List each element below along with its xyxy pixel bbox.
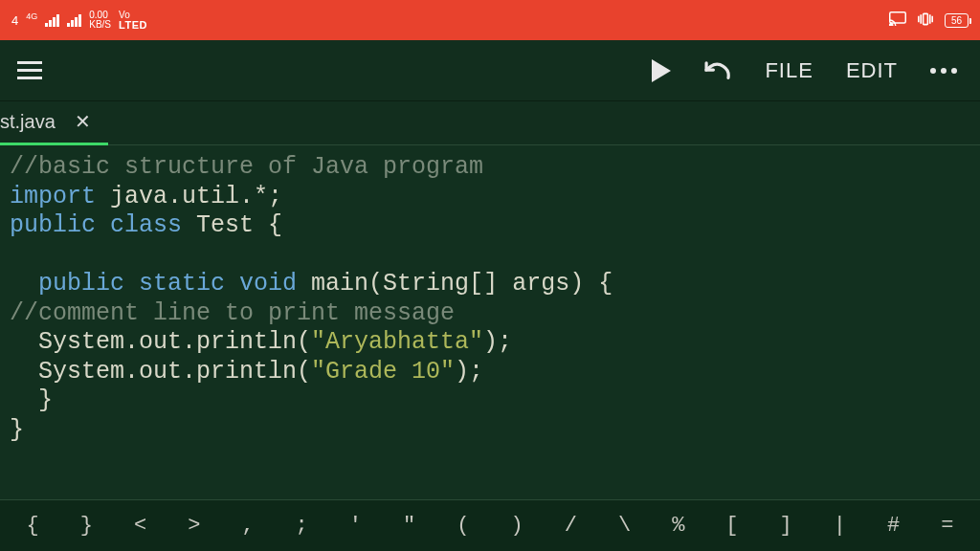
- signal-strength-icon: [45, 13, 59, 27]
- code-text: System.out.println(: [10, 358, 311, 386]
- cast-icon: [889, 11, 906, 29]
- svg-point-1: [889, 24, 891, 26]
- file-menu[interactable]: FILE: [765, 58, 813, 83]
- edit-menu[interactable]: EDIT: [846, 58, 898, 83]
- status-right-group: 56: [889, 11, 969, 30]
- more-options-button[interactable]: [930, 68, 957, 74]
- symbol-key[interactable]: ): [500, 508, 534, 543]
- symbol-key[interactable]: (: [446, 508, 480, 543]
- code-text: java.util.*;: [96, 183, 282, 210]
- code-comment: //basic structure of Java program: [10, 153, 483, 181]
- symbol-key[interactable]: [: [715, 508, 749, 543]
- symbol-key[interactable]: ": [392, 508, 427, 543]
- close-tab-icon[interactable]: ✕: [71, 110, 95, 133]
- code-string: "Aryabhatta": [311, 328, 483, 356]
- symbol-keyboard-bar: { } < > , ; ' " ( ) / \ % [ ] | # =: [0, 499, 980, 551]
- undo-button[interactable]: [703, 61, 732, 80]
- code-text: );: [455, 358, 483, 386]
- signal-strength-icon-2: [67, 13, 81, 27]
- app-toolbar: FILE EDIT: [0, 40, 980, 101]
- code-text: Test {: [182, 211, 282, 239]
- hamburger-menu-icon[interactable]: [10, 54, 50, 87]
- code-keyword: import: [10, 183, 96, 210]
- svg-rect-2: [923, 13, 927, 24]
- code-string: "Grade 10": [311, 358, 455, 386]
- code-comment: //comment line to print message: [10, 299, 455, 327]
- symbol-key[interactable]: }: [69, 508, 103, 543]
- code-keyword: static: [139, 270, 225, 298]
- volte-indicator: VoLTED: [119, 11, 147, 31]
- android-status-bar: 4 4G 0.00KB/S VoLTED 56: [0, 0, 980, 40]
- battery-indicator: 56: [945, 13, 969, 28]
- symbol-key[interactable]: >: [177, 508, 212, 543]
- code-keyword: public: [10, 211, 96, 239]
- code-text: );: [483, 328, 512, 356]
- clock-fragment: 4: [11, 13, 18, 28]
- symbol-key[interactable]: =: [930, 508, 965, 543]
- code-keyword: public: [38, 270, 124, 298]
- code-editor[interactable]: //basic structure of Java program import…: [0, 145, 980, 499]
- symbol-key[interactable]: \: [608, 508, 642, 543]
- code-text: }: [10, 416, 24, 444]
- symbol-key[interactable]: ': [338, 508, 372, 543]
- code-text: main(String[] args) {: [297, 270, 612, 298]
- file-tab[interactable]: st.java ✕: [0, 100, 108, 145]
- symbol-key[interactable]: ,: [231, 508, 265, 543]
- symbol-key[interactable]: #: [877, 508, 911, 543]
- code-keyword: void: [239, 270, 297, 298]
- symbol-key[interactable]: {: [15, 508, 50, 543]
- symbol-key[interactable]: %: [661, 508, 696, 543]
- symbol-key[interactable]: |: [822, 508, 857, 543]
- status-left-group: 4 4G 0.00KB/S VoLTED: [11, 11, 147, 31]
- symbol-key[interactable]: ;: [284, 508, 319, 543]
- network-gen: 4G: [26, 11, 37, 21]
- symbol-key[interactable]: <: [123, 508, 158, 543]
- vibrate-icon: [916, 11, 935, 30]
- code-text: System.out.println(: [10, 328, 311, 356]
- run-button[interactable]: [652, 59, 671, 82]
- net-speed: 0.00KB/S: [89, 11, 111, 30]
- symbol-key[interactable]: ]: [768, 508, 803, 543]
- code-text: }: [10, 386, 53, 414]
- tab-filename: st.java: [0, 111, 56, 133]
- symbol-key[interactable]: /: [553, 508, 588, 543]
- code-keyword: class: [110, 211, 182, 239]
- tab-bar: st.java ✕: [0, 101, 980, 145]
